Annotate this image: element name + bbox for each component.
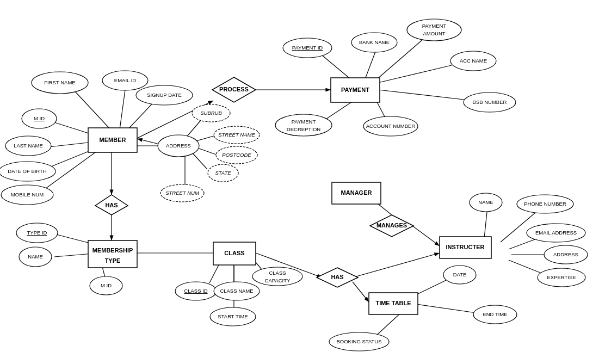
svg-text:DECREPTION: DECREPTION	[287, 126, 320, 132]
er-diagram: FIRST NAME EMAIL ID M ID LAST NAME DATE …	[0, 0, 599, 364]
svg-text:BANK NAME: BANK NAME	[359, 39, 390, 45]
svg-text:CAPACITY: CAPACITY	[265, 277, 291, 283]
svg-text:EMAIL ID: EMAIL ID	[114, 77, 136, 83]
svg-text:AMOUNT: AMOUNT	[423, 30, 445, 36]
svg-text:MEMBERSHIP: MEMBERSHIP	[92, 247, 133, 254]
svg-text:ACCOUNT NUMBER: ACCOUNT NUMBER	[366, 123, 416, 129]
svg-text:HAS: HAS	[105, 202, 118, 208]
svg-text:END TIME: END TIME	[483, 311, 507, 317]
svg-text:TYPE ID: TYPE ID	[27, 230, 47, 236]
svg-text:CLASS ID: CLASS ID	[184, 288, 207, 294]
svg-text:START TIME: START TIME	[218, 313, 248, 319]
svg-line-7	[128, 101, 155, 129]
svg-text:BOOKING STATUS: BOOKING STATUS	[336, 338, 381, 344]
svg-text:EXPERTISE: EXPERTISE	[547, 274, 576, 280]
svg-text:MANAGER: MANAGER	[341, 189, 372, 196]
svg-line-39	[484, 212, 487, 238]
svg-line-45	[412, 304, 476, 313]
svg-text:CLASS NAME: CLASS NAME	[220, 288, 253, 294]
svg-text:STREET NUM: STREET NUM	[165, 190, 199, 196]
svg-text:PROCESS: PROCESS	[219, 86, 249, 92]
svg-text:EMAIL ADDRESS: EMAIL ADDRESS	[535, 230, 577, 236]
svg-text:INSTRUCTER: INSTRUCTER	[446, 244, 485, 250]
svg-text:BSB NUMBER: BSB NUMBER	[473, 99, 507, 105]
svg-text:ADDRESS: ADDRESS	[553, 251, 578, 257]
svg-text:TYPE: TYPE	[105, 257, 121, 264]
svg-line-37	[353, 253, 440, 277]
svg-text:SUBRUB: SUBRUB	[200, 110, 222, 116]
svg-text:PAYMENT: PAYMENT	[422, 23, 447, 29]
svg-text:NAME: NAME	[28, 254, 42, 260]
svg-line-13	[378, 65, 452, 83]
svg-text:MOBILE NUM: MOBILE NUM	[11, 192, 44, 198]
svg-text:PAYMENT: PAYMENT	[292, 119, 316, 125]
svg-line-2	[120, 90, 125, 129]
svg-text:DATE: DATE	[453, 272, 467, 277]
svg-text:DATE OF BIRTH: DATE OF BIRTH	[8, 168, 47, 174]
svg-text:TIME TABLE: TIME TABLE	[375, 300, 411, 306]
svg-text:PAYMENT ID: PAYMENT ID	[292, 45, 323, 51]
svg-text:STATE: STATE	[215, 170, 231, 176]
svg-text:PHONE NUMBER: PHONE NUMBER	[524, 201, 566, 207]
svg-text:LAST NAME: LAST NAME	[14, 143, 43, 149]
svg-text:SIGNUP DATE: SIGNUP DATE	[147, 92, 182, 98]
svg-text:ADDRESS: ADDRESS	[166, 143, 191, 149]
svg-line-46	[375, 311, 403, 336]
svg-line-14	[378, 90, 473, 101]
svg-line-38	[353, 282, 369, 302]
svg-point-86	[275, 114, 332, 136]
svg-text:HAS: HAS	[331, 274, 343, 280]
svg-text:M ID: M ID	[101, 282, 112, 288]
svg-line-11	[365, 52, 375, 81]
svg-text:NAME: NAME	[478, 199, 493, 205]
svg-line-36	[412, 226, 440, 246]
svg-text:ACC NAME: ACC NAME	[460, 58, 487, 64]
svg-text:PAYMENT: PAYMENT	[341, 87, 369, 93]
svg-text:MANAGES: MANAGES	[376, 222, 407, 229]
svg-text:STREET NAME: STREET NAME	[218, 132, 255, 138]
svg-text:POSTCODE: POSTCODE	[222, 152, 251, 158]
svg-line-1	[73, 90, 112, 131]
svg-text:M ID: M ID	[34, 115, 45, 121]
svg-text:CLASS: CLASS	[224, 250, 244, 256]
svg-text:FIRST NAME: FIRST NAME	[44, 79, 75, 85]
svg-text:CLASS: CLASS	[269, 270, 286, 276]
svg-text:MEMBER: MEMBER	[100, 137, 126, 143]
